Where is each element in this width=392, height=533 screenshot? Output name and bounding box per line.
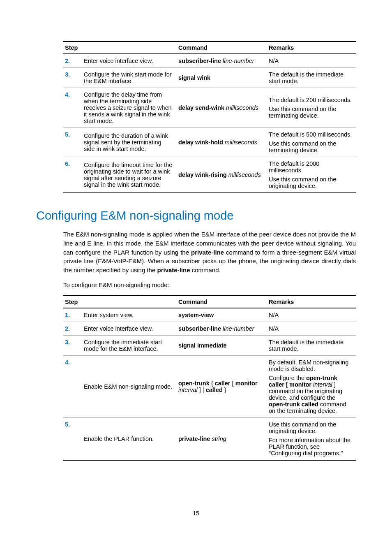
th-remarks: Remarks bbox=[267, 296, 356, 308]
step-description: Enter voice interface view. bbox=[82, 322, 177, 335]
step-number: 5. bbox=[65, 421, 70, 428]
step-number: 4. bbox=[65, 359, 70, 366]
remarks-cell: Use this command on the originating devi… bbox=[267, 417, 356, 460]
th-step: Step bbox=[63, 296, 177, 308]
table-row: 1.Enter system view.system-viewN/A bbox=[63, 308, 356, 322]
step-description: Configure the immediate start mode for t… bbox=[82, 335, 177, 355]
page: Step Command Remarks 2.Enter voice inter… bbox=[0, 0, 392, 533]
remarks-cell: The default is the immediate start mode. bbox=[267, 335, 356, 355]
command-cell: private-line string bbox=[177, 417, 267, 460]
table-row: 3.Configure the immediate start mode for… bbox=[63, 335, 356, 355]
step-description: Configure the timeout time for the origi… bbox=[82, 157, 177, 193]
command-cell: subscriber-line line-number bbox=[177, 322, 267, 335]
command-cell: subscriber-line line-number bbox=[177, 54, 267, 68]
th-command: Command bbox=[177, 42, 267, 54]
command-cell: delay wink-rising milliseconds bbox=[177, 157, 267, 193]
paragraph-1: The E&M non-signaling mode is applied wh… bbox=[63, 230, 356, 275]
step-number: 5. bbox=[65, 131, 70, 138]
step-number: 2. bbox=[65, 58, 70, 64]
th-command: Command bbox=[177, 296, 267, 308]
remarks-cell: The default is 200 milliseconds.Use this… bbox=[267, 88, 356, 128]
step-description: Configure the wink start mode for the E&… bbox=[82, 68, 177, 88]
step-description: Configure the delay time from when the t… bbox=[82, 88, 177, 128]
command-cell: delay wink-hold milliseconds bbox=[177, 128, 267, 157]
table-row: 4.Enable E&M non-signaling mode.open-tru… bbox=[63, 355, 356, 417]
command-cell: signal immediate bbox=[177, 335, 267, 355]
table-row: 3.Configure the wink start mode for the … bbox=[63, 68, 356, 88]
table-row: 5.Enable the PLAR function.private-line … bbox=[63, 417, 356, 460]
body-text: The E&M non-signaling mode is applied wh… bbox=[63, 230, 356, 290]
table-nonsignaling: Step Command Remarks 1.Enter system view… bbox=[63, 295, 356, 461]
paragraph-2: To configure E&M non-signaling mode: bbox=[63, 280, 356, 290]
step-number: 1. bbox=[65, 312, 70, 318]
command-cell: delay send-wink milliseconds bbox=[177, 88, 267, 128]
table-row: 5.Configure the duration of a wink signa… bbox=[63, 128, 356, 157]
remarks-cell: N/A bbox=[267, 322, 356, 335]
th-remarks: Remarks bbox=[267, 42, 356, 54]
step-description: Enter voice interface view. bbox=[82, 54, 177, 68]
step-number: 3. bbox=[65, 339, 70, 345]
command-cell: system-view bbox=[177, 308, 267, 322]
remarks-cell: The default is 500 milliseconds.Use this… bbox=[267, 128, 356, 157]
table-row: 2.Enter voice interface view.subscriber-… bbox=[63, 54, 356, 68]
th-step: Step bbox=[63, 42, 177, 54]
step-number: 3. bbox=[65, 71, 70, 78]
step-description: Configure the duration of a wink signal … bbox=[82, 128, 177, 157]
table-wink-start: Step Command Remarks 2.Enter voice inter… bbox=[63, 41, 356, 193]
table-row: 2.Enter voice interface view.subscriber-… bbox=[63, 322, 356, 335]
step-description: Enable the PLAR function. bbox=[82, 417, 177, 460]
remarks-cell: The default is the immediate start mode. bbox=[267, 68, 356, 88]
remarks-cell: The default is 2000 milliseconds.Use thi… bbox=[267, 157, 356, 193]
remarks-cell: By default, E&M non-signaling mode is di… bbox=[267, 355, 356, 417]
remarks-cell: N/A bbox=[267, 54, 356, 68]
page-number: 15 bbox=[0, 510, 392, 517]
step-description: Enter system view. bbox=[82, 308, 177, 322]
command-cell: open-trunk { caller [ monitor interval ]… bbox=[177, 355, 267, 417]
remarks-cell: N/A bbox=[267, 308, 356, 322]
table-row: 6.Configure the timeout time for the ori… bbox=[63, 157, 356, 193]
step-number: 4. bbox=[65, 91, 70, 98]
step-description: Enable E&M non-signaling mode. bbox=[82, 355, 177, 417]
section-heading: Configuring E&M non-signaling mode bbox=[36, 209, 356, 222]
step-number: 6. bbox=[65, 160, 70, 167]
step-number: 2. bbox=[65, 325, 70, 332]
table-row: 4.Configure the delay time from when the… bbox=[63, 88, 356, 128]
command-cell: signal wink bbox=[177, 68, 267, 88]
